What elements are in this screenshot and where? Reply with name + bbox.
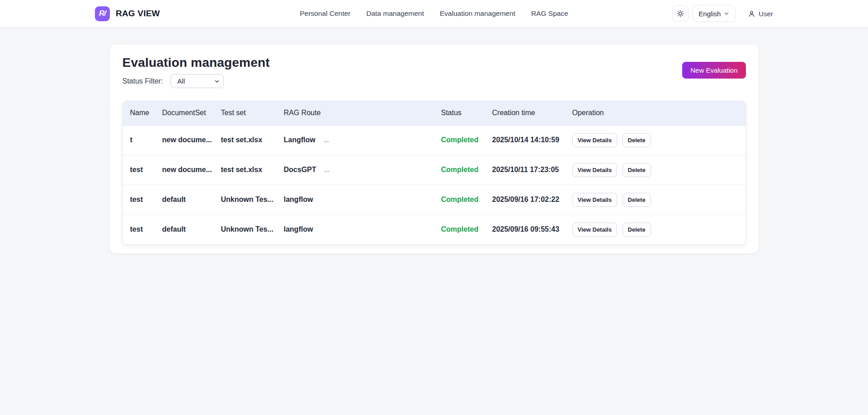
col-creation-time: Creation time [485, 101, 565, 125]
cell-creation-time: 2025/09/16 17:02:22 [485, 185, 565, 214]
page-body: Evaluation management Status Filter: All… [0, 44, 868, 254]
brand-name: RAG VIEW [116, 9, 160, 19]
cell-document-set: new docume... [155, 125, 214, 155]
filter-row: Status Filter: All [123, 74, 746, 88]
cell-name: test [123, 155, 155, 185]
status-filter-select[interactable]: All [170, 74, 224, 88]
delete-button[interactable]: Delete [623, 193, 651, 207]
status-badge: Completed [434, 125, 485, 155]
cell-rag-route: DocsGPT... [277, 155, 434, 185]
route-name: langflow [284, 196, 313, 203]
cell-rag-route: Langflow... [277, 125, 434, 155]
view-details-button[interactable]: View Details [572, 133, 618, 147]
route-name: Langflow [284, 136, 316, 144]
cell-creation-time: 2025/09/16 09:55:43 [485, 214, 565, 244]
cell-creation-time: 2025/10/11 17:23:05 [485, 155, 565, 185]
sun-icon [676, 9, 684, 18]
table-row: t new docume... test set.xlsx Langflow..… [123, 125, 745, 155]
cell-document-set: default [155, 214, 214, 244]
status-badge: Completed [434, 214, 485, 244]
col-test-set: Test set [214, 101, 277, 125]
table-row: test new docume... test set.xlsx DocsGPT… [123, 155, 745, 185]
col-document-set: DocumentSet [155, 101, 214, 125]
user-menu[interactable]: User [748, 10, 773, 18]
cell-name: t [123, 125, 155, 155]
delete-button[interactable]: Delete [623, 133, 651, 147]
evaluations-table: Name DocumentSet Test set RAG Route Stat… [123, 101, 746, 245]
route-extra: ... [325, 166, 330, 173]
delete-button[interactable]: Delete [623, 163, 651, 177]
cell-test-set: test set.xlsx [214, 155, 277, 185]
col-rag-route: RAG Route [277, 101, 434, 125]
cell-creation-time: 2025/10/14 14:10:59 [485, 125, 565, 155]
nav-personal-center[interactable]: Personal Center [300, 9, 350, 18]
new-evaluation-button[interactable]: New Evaluation [682, 62, 745, 79]
language-label: English [698, 10, 721, 18]
evaluation-card: Evaluation management Status Filter: All… [109, 44, 759, 254]
cell-rag-route: langflow [277, 214, 434, 244]
header-controls: English User [672, 5, 773, 22]
status-badge: Completed [434, 155, 485, 185]
theme-toggle-button[interactable] [672, 5, 689, 22]
status-filter-label: Status Filter: [123, 77, 163, 85]
cell-name: test [123, 214, 155, 244]
app-logo-icon: R/ [95, 6, 110, 21]
nav-rag-space[interactable]: RAG Space [531, 9, 568, 18]
page-title: Evaluation management [123, 56, 746, 70]
main-nav: Personal Center Data management Evaluati… [300, 9, 568, 18]
cell-test-set: Unknown Tes... [214, 214, 277, 244]
view-details-button[interactable]: View Details [572, 223, 618, 237]
view-details-button[interactable]: View Details [572, 193, 618, 207]
brand[interactable]: R/ RAG VIEW [95, 6, 160, 21]
cell-rag-route: langflow [277, 185, 434, 214]
col-operation: Operation [565, 101, 745, 125]
table-row: test default Unknown Tes... langflow Com… [123, 214, 745, 244]
table-row: test default Unknown Tes... langflow Com… [123, 185, 745, 214]
cell-document-set: default [155, 185, 214, 214]
cell-test-set: Unknown Tes... [214, 185, 277, 214]
view-details-button[interactable]: View Details [572, 163, 618, 177]
cell-test-set: test set.xlsx [214, 125, 277, 155]
status-badge: Completed [434, 185, 485, 214]
person-icon [748, 10, 755, 18]
cell-name: test [123, 185, 155, 214]
route-extra: ... [324, 136, 329, 144]
table-header-row: Name DocumentSet Test set RAG Route Stat… [123, 101, 745, 125]
user-label: User [759, 10, 773, 18]
route-name: DocsGPT [284, 166, 316, 173]
cell-operation: View Details Delete [565, 185, 745, 214]
top-header: R/ RAG VIEW Personal Center Data managem… [0, 0, 868, 28]
chevron-down-icon [724, 11, 729, 16]
cell-operation: View Details Delete [565, 214, 745, 244]
status-filter-select-wrap: All [170, 74, 224, 88]
col-status: Status [434, 101, 485, 125]
cell-operation: View Details Delete [565, 155, 745, 185]
nav-evaluation-management[interactable]: Evaluation management [440, 9, 515, 18]
nav-data-management[interactable]: Data management [366, 9, 424, 18]
delete-button[interactable]: Delete [623, 223, 651, 237]
logo-glyph: R/ [99, 9, 106, 18]
route-name: langflow [284, 225, 313, 233]
cell-document-set: new docume... [155, 155, 214, 185]
col-name: Name [123, 101, 155, 125]
language-selector[interactable]: English [692, 5, 736, 22]
cell-operation: View Details Delete [565, 125, 745, 155]
